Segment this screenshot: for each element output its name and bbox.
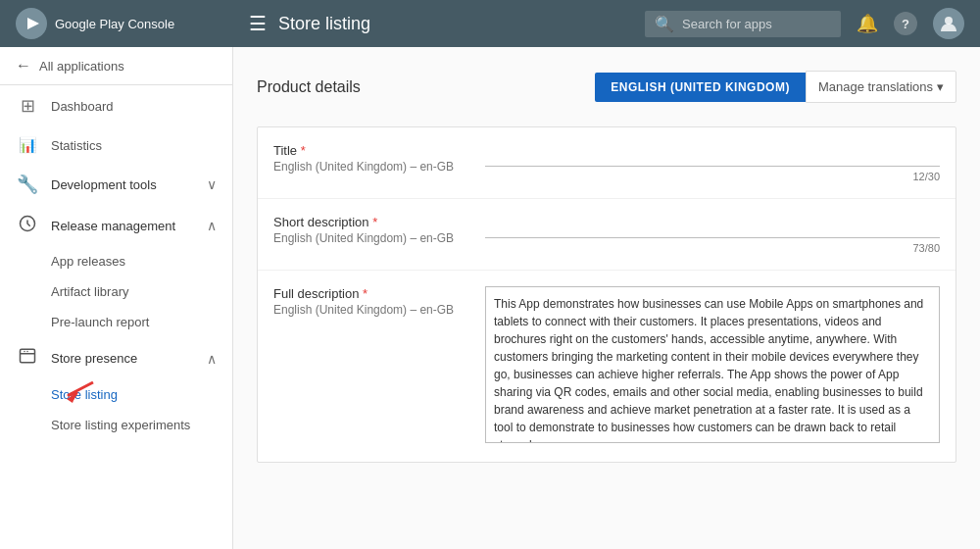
page-title: Store listing (278, 14, 645, 34)
sidebar-item-statistics[interactable]: 📊 Statistics (0, 126, 232, 164)
short-desc-label: Short description * (273, 215, 469, 229)
title-char-count: 12/30 (485, 171, 940, 182)
main-layout: ← All applications ⊞ Dashboard 📊 Statist… (0, 47, 980, 549)
play-store-logo-icon (16, 8, 47, 39)
help-icon[interactable]: ? (894, 12, 917, 35)
short-desc-input-col: 73/80 (485, 215, 940, 254)
sidebar-section-store-presence[interactable]: Store presence ∧ (0, 337, 232, 379)
title-input[interactable] (485, 143, 940, 167)
title-field-row: Title * English (United Kingdom) – en-GB… (258, 127, 956, 199)
short-desc-label-col: Short description * English (United King… (273, 215, 469, 254)
short-desc-char-count: 73/80 (485, 242, 940, 254)
dropdown-arrow-icon: ▾ (937, 79, 944, 94)
sidebar-item-store-listing-exp[interactable]: Store listing experiments (0, 410, 232, 440)
store-chevron: ∧ (207, 351, 217, 367)
title-sublabel: English (United Kingdom) – en-GB (273, 160, 469, 174)
dashboard-icon: ⊞ (16, 95, 39, 117)
back-to-all-apps[interactable]: ← All applications (0, 47, 232, 85)
notifications-icon[interactable]: 🔔 (857, 13, 878, 34)
sidebar-section-release-management[interactable]: Release management ∧ (0, 205, 232, 246)
search-bar[interactable]: 🔍 (645, 11, 841, 37)
title-input-col: 12/30 (485, 143, 940, 182)
dev-tools-icon: 🔧 (16, 174, 39, 195)
release-management-icon (16, 215, 39, 236)
back-arrow-icon: ← (16, 57, 31, 75)
svg-point-5 (24, 351, 25, 353)
store-presence-icon (16, 347, 39, 370)
full-desc-sublabel: English (United Kingdom) – en-GB (273, 303, 469, 317)
full-description-textarea[interactable]: This App demonstrates how businesses can… (485, 286, 940, 443)
search-input[interactable] (682, 17, 819, 31)
sidebar-item-app-releases[interactable]: App releases (0, 246, 232, 276)
sidebar-item-dev-tools[interactable]: 🔧 Development tools ∨ (0, 164, 232, 205)
sidebar: ← All applications ⊞ Dashboard 📊 Statist… (0, 47, 233, 549)
svg-point-6 (26, 351, 28, 353)
sidebar-item-store-listing[interactable]: Store listing (0, 379, 232, 410)
title-label: Title * (273, 143, 469, 158)
app-name: Google Play Console (55, 17, 174, 31)
short-desc-input-wrapper (485, 215, 940, 238)
dev-tools-chevron: ∨ (207, 176, 217, 192)
full-desc-label: Full description * (273, 286, 469, 301)
manage-translations-button[interactable]: Manage translations ▾ (806, 71, 956, 103)
top-navigation: Google Play Console ☰ Store listing 🔍 🔔 … (0, 0, 980, 47)
statistics-icon: 📊 (16, 136, 39, 154)
search-icon: 🔍 (655, 15, 674, 33)
sidebar-item-pre-launch[interactable]: Pre-launch report (0, 307, 232, 337)
sidebar-item-dashboard[interactable]: ⊞ Dashboard (0, 85, 232, 126)
main-content: Product details ENGLISH (UNITED KINGDOM)… (233, 47, 980, 549)
short-desc-required-marker: * (372, 215, 377, 229)
full-description-field-row: Full description * English (United Kingd… (258, 271, 956, 462)
product-details-form: Title * English (United Kingdom) – en-GB… (257, 126, 956, 463)
avatar[interactable] (933, 8, 964, 39)
language-button[interactable]: ENGLISH (UNITED KINGDOM) (595, 73, 806, 102)
product-details-header: Product details ENGLISH (UNITED KINGDOM)… (257, 71, 956, 103)
full-desc-input-col: This App demonstrates how businesses can… (485, 286, 940, 446)
product-details-title: Product details (257, 78, 361, 96)
title-input-wrapper (485, 143, 940, 167)
nav-actions: 🔍 🔔 ? (645, 8, 964, 39)
title-required-marker: * (301, 143, 306, 158)
svg-point-2 (945, 17, 953, 25)
app-logo: Google Play Console (16, 8, 249, 39)
title-label-col: Title * English (United Kingdom) – en-GB (273, 143, 469, 182)
sidebar-item-artifact-library[interactable]: Artifact library (0, 276, 232, 307)
short-description-input[interactable] (485, 215, 940, 238)
short-description-field-row: Short description * English (United King… (258, 199, 956, 271)
full-desc-label-col: Full description * English (United Kingd… (273, 286, 469, 446)
full-desc-required-marker: * (363, 286, 368, 301)
menu-icon[interactable]: ☰ (249, 12, 267, 35)
language-actions: ENGLISH (UNITED KINGDOM) Manage translat… (595, 71, 956, 103)
release-chevron: ∧ (207, 218, 217, 233)
short-desc-sublabel: English (United Kingdom) – en-GB (273, 231, 469, 245)
